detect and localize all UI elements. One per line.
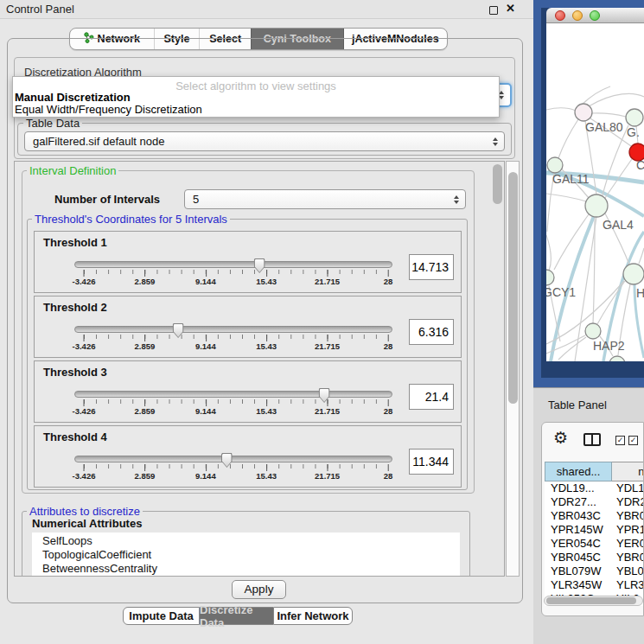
- network-edge[interactable]: [546, 194, 586, 201]
- table-row[interactable]: YDL19... YDL1: [545, 481, 644, 495]
- network-edge[interactable]: [591, 113, 626, 117]
- attribute-list-item[interactable]: SelfLoops: [32, 534, 460, 548]
- threshold-slider-ticks: -3.426 2.859 9.144 15.43 21.715 28: [84, 464, 388, 485]
- threshold-slider-track[interactable]: [74, 391, 392, 398]
- network-window-titlebar[interactable]: [546, 8, 644, 23]
- checkbox-icon[interactable]: ✓: [615, 436, 625, 445]
- attribute-list-item[interactable]: TopologicalCoefficient: [32, 548, 460, 562]
- table-row[interactable]: YBL079W YBL0: [545, 564, 644, 578]
- network-edge[interactable]: [558, 337, 586, 360]
- network-node[interactable]: [575, 104, 592, 121]
- thresholds-group-label: Threshold's Coordinates for 5 Intervals: [32, 213, 230, 226]
- network-edge[interactable]: [589, 93, 644, 106]
- threshold-slider-track[interactable]: [74, 326, 392, 333]
- number-of-intervals-combo[interactable]: 5: [184, 189, 466, 209]
- network-node-label: GAL11: [552, 172, 590, 186]
- tick-label: -3.426: [73, 277, 96, 286]
- threshold-slider-thumb[interactable]: [254, 258, 265, 273]
- tick-label: 15.43: [256, 471, 277, 481]
- network-node-label: GCY1: [546, 285, 576, 299]
- column-header-name[interactable]: na: [612, 462, 644, 481]
- float-icon[interactable]: [489, 6, 498, 15]
- table-data-combo[interactable]: galFiltered.sif default node: [24, 131, 505, 151]
- network-node-label: GAL80: [585, 120, 623, 134]
- threshold-value-field[interactable]: 6.316: [409, 319, 454, 345]
- threshold-slider-ticks: -3.426 2.859 9.144 15.43 21.715 28: [84, 399, 388, 420]
- tick-label: 21.715: [315, 341, 340, 351]
- network-edge[interactable]: [639, 248, 644, 264]
- table-row[interactable]: YBR043C YBR0: [545, 509, 644, 523]
- column-layout-icon[interactable]: [583, 433, 601, 446]
- apply-button[interactable]: Apply: [232, 580, 286, 599]
- threshold-slider-ticks: -3.426 2.859 9.144 15.43 21.715 28: [84, 270, 388, 290]
- gear-icon[interactable]: ⚙: [553, 428, 568, 448]
- tab-infer-network[interactable]: Infer Network: [273, 607, 353, 625]
- threshold-value-field[interactable]: 21.4: [409, 384, 454, 410]
- close-traffic-light-icon[interactable]: [555, 10, 565, 21]
- tab-impute-data[interactable]: Impute Data: [123, 607, 200, 625]
- tick-label: 28: [384, 471, 393, 481]
- network-node[interactable]: [626, 109, 643, 126]
- tick-label: 28: [384, 406, 393, 416]
- table-row[interactable]: YBR045C YBR0: [545, 551, 644, 564]
- minimize-traffic-light-icon[interactable]: [572, 10, 583, 21]
- algorithm-dropdown-popup: Select algorithm to view settings Manual…: [12, 76, 500, 118]
- threshold-value-field[interactable]: 14.713: [409, 254, 454, 280]
- table-row[interactable]: YLR345W YLR3: [545, 578, 644, 592]
- combo-spinner-icon: [493, 137, 498, 146]
- scrollbar-thumb[interactable]: [508, 172, 518, 404]
- column-header-shared-name[interactable]: shared...: [545, 462, 612, 481]
- table-row[interactable]: YDR27... YDR2: [545, 495, 644, 509]
- threshold-label: Threshold 4: [43, 430, 107, 443]
- tick-label: 28: [384, 277, 393, 286]
- network-canvas[interactable]: GAL80G.CGAL11GAL4GCY1HHAP2: [546, 23, 644, 361]
- tick-label: 21.715: [315, 277, 340, 286]
- network-view-window: GAL80G.CGAL11GAL4GCY1HHAP2: [546, 8, 644, 361]
- network-node[interactable]: [585, 194, 608, 217]
- control-panel-title: Control Panel: [6, 3, 74, 16]
- tick-label: 2.859: [135, 341, 156, 351]
- tab-discretize-data[interactable]: Discretize Data: [200, 607, 273, 625]
- table-row[interactable]: YER054C YER0: [545, 537, 644, 551]
- attributes-list-scrollbar[interactable]: [493, 164, 502, 204]
- network-edge[interactable]: [603, 125, 628, 195]
- table-horizontal-scrollbar[interactable]: [544, 596, 643, 606]
- network-edge[interactable]: [546, 108, 576, 111]
- interval-definition-label: Interval Definition: [27, 164, 118, 177]
- tick-label: -3.426: [73, 406, 96, 416]
- table-panel-title: Table Panel: [548, 399, 607, 411]
- network-node[interactable]: [585, 323, 601, 339]
- table-header-row: shared... na: [545, 462, 644, 481]
- algorithm-option-equal-width[interactable]: Equal Width/Frequency Discretization: [15, 103, 202, 116]
- settings-vertical-scrollbar[interactable]: [506, 161, 520, 577]
- network-edge[interactable]: [558, 119, 578, 158]
- threshold-value-field[interactable]: 11.344: [409, 449, 454, 475]
- checkbox-icon[interactable]: ✓: [628, 436, 638, 445]
- algorithm-option-manual[interactable]: Manual Discretization: [15, 91, 131, 104]
- table-row[interactable]: YPR145W YPR1: [545, 523, 644, 537]
- tick-label: 28: [384, 341, 393, 351]
- network-node[interactable]: [609, 356, 625, 361]
- attribute-list-item[interactable]: BetweennessCentrality: [32, 562, 460, 576]
- network-node[interactable]: [623, 264, 644, 284]
- zoom-traffic-light-icon[interactable]: [590, 10, 600, 21]
- tick-label: -3.426: [73, 341, 96, 351]
- table-panel: Table Panel ⚙ ✓ ✓ shared... na YDL19... …: [533, 387, 644, 644]
- close-icon[interactable]: ✕: [506, 2, 515, 15]
- network-edge[interactable]: [546, 235, 551, 271]
- bottom-tab-bar: Impute Data Discretize Data Infer Networ…: [123, 607, 353, 625]
- threshold-label: Threshold 2: [43, 301, 107, 314]
- threshold-panel: Threshold 2 -3.426 2.859 9.144 15.43 21.…: [34, 296, 462, 358]
- threshold-slider-track[interactable]: [74, 261, 392, 268]
- table-rows: YDL19... YDL1 YDR27... YDR2 YBR043C YBR0…: [545, 481, 644, 606]
- threshold-slider-track[interactable]: [74, 456, 392, 462]
- tick-label: -3.426: [73, 471, 96, 481]
- threshold-slider-thumb[interactable]: [221, 453, 233, 468]
- network-node[interactable]: [547, 157, 563, 173]
- threshold-panel: Threshold 1 -3.426 2.859 9.144 15.43 21.…: [34, 231, 462, 293]
- threshold-slider-thumb[interactable]: [319, 388, 330, 403]
- network-node[interactable]: [546, 270, 554, 285]
- scrollbar-thumb[interactable]: [546, 597, 636, 604]
- threshold-list: Threshold 1 -3.426 2.859 9.144 15.43 21.…: [34, 231, 462, 490]
- threshold-slider-thumb[interactable]: [173, 323, 184, 338]
